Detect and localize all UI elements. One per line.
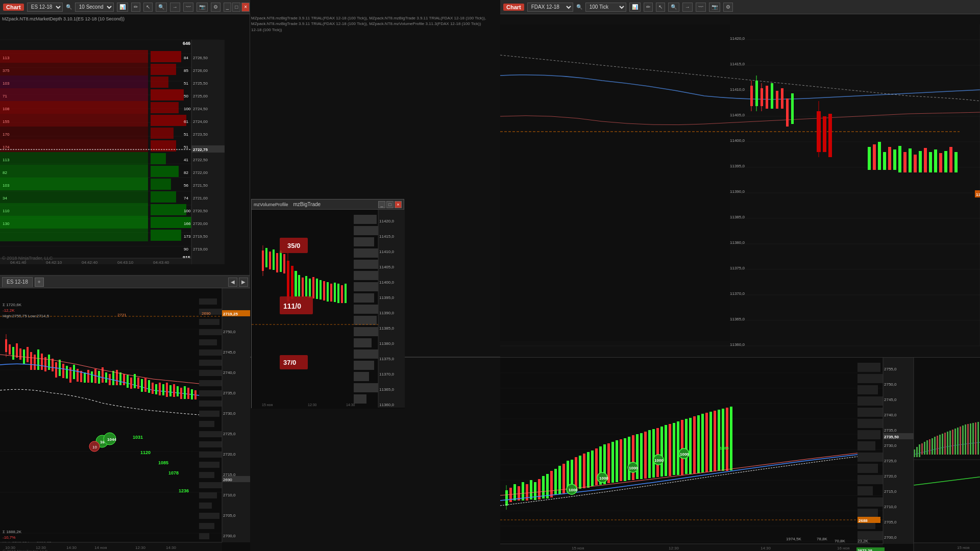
svg-text:2720,0: 2720,0 bbox=[223, 452, 236, 457]
svg-rect-496 bbox=[685, 419, 688, 474]
right-tool-pencil[interactable]: ✏ bbox=[644, 3, 653, 12]
svg-rect-42 bbox=[151, 179, 171, 190]
svg-rect-347 bbox=[77, 369, 79, 382]
svg-rect-343 bbox=[62, 364, 64, 378]
left-tool-draw[interactable]: 〰 bbox=[183, 3, 193, 12]
left-tool-magnify[interactable]: 🔍 bbox=[156, 3, 167, 12]
svg-rect-490 bbox=[660, 427, 663, 477]
sub-window-restore[interactable]: □ bbox=[386, 201, 394, 208]
svg-rect-362 bbox=[130, 378, 132, 389]
right-chart-svg: 11461,5 11443,5 11427 11425,5 11407 1140… bbox=[500, 14, 980, 357]
svg-rect-451 bbox=[505, 490, 508, 506]
left-tool-camera[interactable]: 📷 bbox=[197, 3, 208, 12]
svg-rect-718 bbox=[378, 210, 405, 408]
svg-rect-502 bbox=[709, 412, 712, 472]
svg-rect-367 bbox=[148, 380, 150, 393]
svg-rect-154 bbox=[934, 149, 937, 172]
svg-rect-46 bbox=[151, 230, 181, 241]
svg-text:110: 110 bbox=[3, 209, 10, 213]
left-symbol-select[interactable]: ES 12-18 bbox=[27, 3, 63, 12]
left-win-max[interactable]: □ bbox=[232, 3, 240, 12]
right-chart-area[interactable]: 11461,5 11443,5 11427 11425,5 11407 1140… bbox=[500, 14, 980, 357]
svg-text:2730,0: 2730,0 bbox=[884, 443, 897, 448]
svg-rect-683 bbox=[354, 372, 369, 381]
right-search-icon[interactable]: 🔍 bbox=[576, 4, 582, 10]
svg-rect-369 bbox=[155, 384, 157, 394]
svg-rect-134 bbox=[781, 88, 783, 109]
left-tool-props[interactable]: ⚙ bbox=[211, 3, 220, 12]
left-win-min[interactable]: _ bbox=[224, 3, 232, 12]
svg-text:11390,0: 11390,0 bbox=[379, 311, 394, 315]
svg-rect-690 bbox=[273, 249, 275, 270]
svg-text:2700,0: 2700,0 bbox=[223, 534, 236, 538]
svg-text:35/0: 35/0 bbox=[287, 242, 300, 249]
svg-rect-497 bbox=[689, 418, 692, 474]
left-tool-pencil[interactable]: ✏ bbox=[131, 3, 140, 12]
svg-text:11420,0: 11420,0 bbox=[379, 219, 394, 223]
right-tool-cursor[interactable]: ↖ bbox=[656, 3, 665, 12]
svg-text:50: 50 bbox=[184, 94, 188, 98]
svg-rect-506 bbox=[726, 408, 728, 471]
svg-rect-662 bbox=[914, 543, 980, 551]
svg-rect-33 bbox=[151, 64, 176, 75]
svg-rect-505 bbox=[722, 409, 724, 471]
tab-es-1218[interactable]: ES 12-18 bbox=[2, 277, 33, 287]
right-tool-bars[interactable]: 📊 bbox=[629, 3, 641, 12]
left-chart-area[interactable]: 113 375 103 71 108 155 170 174 113 82 10… bbox=[0, 14, 250, 275]
left-tool-cursor[interactable]: ↖ bbox=[143, 3, 153, 12]
left-copyright: © 2018 NinjaTrader, LLC bbox=[2, 256, 53, 261]
svg-rect-313 bbox=[199, 482, 225, 488]
svg-rect-571 bbox=[965, 424, 966, 455]
bottom-left-scroll-right[interactable]: ▶ bbox=[239, 278, 248, 287]
svg-rect-325 bbox=[23, 349, 25, 364]
svg-rect-145 bbox=[888, 147, 891, 170]
svg-rect-445 bbox=[857, 486, 873, 495]
svg-rect-307 bbox=[199, 421, 214, 427]
right-symbol-select[interactable]: FDAX 12-18 bbox=[527, 3, 573, 12]
svg-rect-152 bbox=[924, 148, 927, 172]
sub-window-minimize[interactable]: _ bbox=[378, 201, 385, 208]
svg-rect-500 bbox=[701, 414, 704, 472]
right-tool-props[interactable]: ⚙ bbox=[723, 3, 733, 12]
right-timeframe-select[interactable]: 100 Tick bbox=[585, 3, 626, 12]
svg-rect-685 bbox=[354, 394, 366, 404]
add-tab-button[interactable]: + bbox=[35, 278, 44, 287]
svg-rect-504 bbox=[718, 410, 720, 471]
svg-text:2724,50: 2724,50 bbox=[193, 107, 208, 111]
svg-rect-41 bbox=[151, 166, 179, 177]
svg-rect-681 bbox=[354, 349, 382, 359]
svg-rect-44 bbox=[151, 204, 186, 215]
right-tool-draw[interactable]: 〰 bbox=[696, 3, 706, 12]
left-timeframe-select[interactable]: 10 Second bbox=[75, 3, 114, 12]
left-win-close[interactable]: × bbox=[241, 3, 250, 12]
bottom-left-scroll-left[interactable]: ◀ bbox=[228, 278, 237, 287]
left-tool-bars[interactable]: 📊 bbox=[117, 3, 128, 12]
svg-rect-136 bbox=[791, 93, 794, 124]
svg-rect-700 bbox=[305, 276, 307, 296]
svg-text:2725,0: 2725,0 bbox=[223, 432, 236, 436]
svg-text:04:43:10: 04:43:10 bbox=[117, 260, 134, 264]
sub-window-title-bar: mzVolumeProfile mzBigTrade _ □ × bbox=[252, 199, 404, 210]
left-search-icon[interactable]: 🔍 bbox=[66, 4, 72, 10]
svg-rect-554 bbox=[921, 443, 923, 455]
left-tool-arrow[interactable]: → bbox=[170, 3, 180, 12]
right-tool-arrow[interactable]: → bbox=[682, 3, 693, 12]
svg-rect-364 bbox=[137, 378, 139, 389]
svg-text:2721: 2721 bbox=[117, 313, 127, 317]
svg-rect-333 bbox=[52, 359, 54, 371]
svg-text:11360,0: 11360,0 bbox=[379, 403, 394, 407]
svg-rect-140 bbox=[828, 114, 832, 157]
svg-rect-566 bbox=[952, 430, 953, 455]
svg-rect-27 bbox=[0, 178, 148, 190]
svg-text:11400,0: 11400,0 bbox=[730, 138, 745, 143]
sub-window[interactable]: mzVolumeProfile mzBigTrade _ □ × bbox=[251, 199, 404, 408]
svg-text:1031: 1031 bbox=[133, 435, 143, 440]
right-tool-magnify[interactable]: 🔍 bbox=[668, 3, 679, 12]
svg-rect-18 bbox=[0, 63, 148, 76]
svg-text:155: 155 bbox=[3, 119, 10, 124]
right-tool-camera[interactable]: 📷 bbox=[709, 3, 720, 12]
svg-text:2722,50: 2722,50 bbox=[193, 158, 208, 162]
sub-window-close[interactable]: × bbox=[395, 201, 402, 208]
svg-text:11415,0: 11415,0 bbox=[730, 62, 745, 66]
svg-rect-149 bbox=[909, 148, 912, 172]
